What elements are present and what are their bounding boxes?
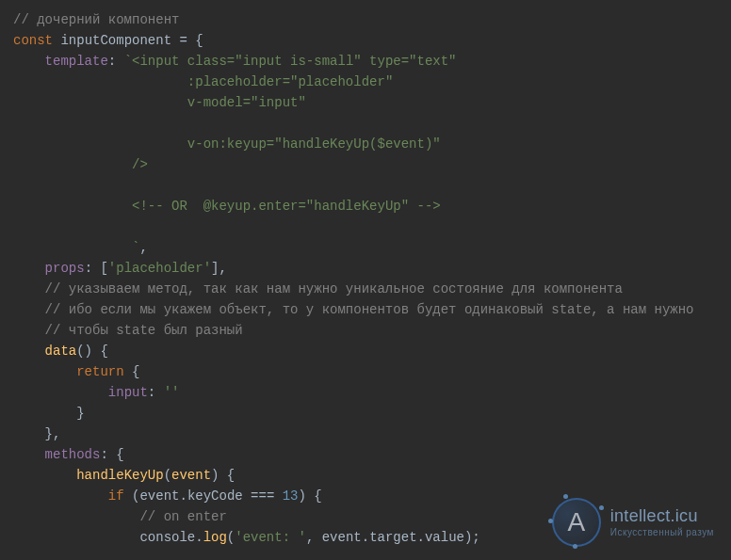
code-number: 13 [283,488,299,504]
code-string: 'placeholder' [108,261,211,276]
code-comment: // ибо если мы укажем объект, то у компо… [45,302,694,317]
code-identifier: event [322,530,362,545]
code-keyword: if [108,488,124,504]
code-identifier: inputComponent [60,33,171,48]
code-op: ( [164,468,171,483]
code-op: : { [100,447,123,462]
code-string: 'event: ' [235,530,306,545]
code-identifier: value [425,530,464,545]
code-method: log [203,530,227,545]
code-op: , [306,530,322,545]
code-op: : [ [85,261,108,276]
code-string: '' [164,385,180,400]
code-comment: // on enter [139,509,226,524]
code-property: input [108,385,148,400]
code-op: === [243,488,283,504]
code-keyword: const [13,33,53,48]
code-string: /> [132,157,148,172]
code-op: . [195,530,203,545]
code-property: template [45,54,108,69]
code-keyword: return [76,364,123,379]
code-property: props [45,261,85,276]
code-comment: // дочерний компонент [13,12,179,27]
code-identifier: event [139,488,179,504]
code-op: . [362,530,369,545]
code-identifier: console [139,530,195,545]
code-brace: ) { [299,488,322,504]
code-string: v-model="input" [187,95,306,110]
code-op: ); [464,530,480,545]
code-brace: }, [45,426,61,441]
code-op: . [417,530,425,545]
code-op: : [108,54,124,69]
code-op: = { [171,33,203,48]
code-param: event [171,468,211,483]
code-op: ( [227,530,235,545]
code-comment: // указываем метод, так как нам нужно ун… [45,281,623,296]
code-identifier: keyCode [187,488,243,504]
code-method: data [45,344,77,359]
code-op: . [179,488,187,504]
code-op: , [139,240,147,255]
code-string: v-on:keyup="handleKeyUp($event)" [187,136,441,152]
code-property: methods [45,447,101,462]
code-editor: // дочерний компонент const inputCompone… [13,9,718,548]
code-op: ], [211,261,227,276]
code-method: handleKeyUp [76,468,163,483]
code-brace: ) { [211,468,235,483]
code-string: <!-- OR @keyup.enter="handleKeyUp" --> [132,199,441,214]
code-brace: () { [76,344,108,359]
code-comment: // чтобы state был разный [45,323,243,338]
code-brace: } [76,406,84,421]
code-brace: { [124,364,140,379]
code-string: :placeholder="placeholder" [187,74,393,89]
code-op: : [148,385,164,400]
code-identifier: target [369,530,416,545]
code-op: ( [124,488,140,504]
code-string: `<input class="input is-small" type="tex… [124,54,457,69]
